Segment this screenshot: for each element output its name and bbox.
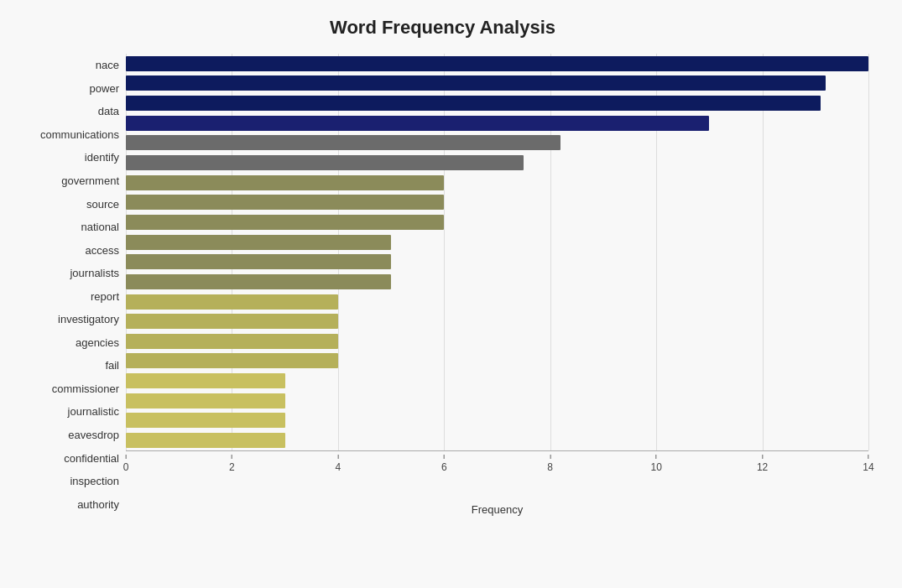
bar-row — [126, 94, 868, 112]
x-tick: 8 — [547, 455, 553, 473]
y-label: investigatory — [17, 310, 119, 329]
bar — [126, 96, 821, 111]
y-label: fail — [17, 356, 119, 375]
bar-row — [126, 431, 868, 450]
x-tick-line — [126, 455, 127, 459]
bar — [126, 235, 391, 250]
chart-area: nacepowerdatacommunicationsidentifygover… — [17, 54, 868, 516]
bar-row — [126, 312, 868, 330]
x-tick-line — [656, 455, 657, 459]
y-label: agencies — [17, 333, 119, 351]
x-tick-label: 10 — [650, 461, 661, 473]
y-label: identify — [17, 148, 119, 167]
x-baseline — [126, 450, 868, 451]
x-tick-label: 0 — [123, 461, 129, 473]
x-tick: 2 — [229, 455, 235, 473]
x-tick-line — [444, 455, 445, 459]
y-label: data — [17, 102, 119, 121]
chart-title: Word Frequency Analysis — [17, 17, 868, 39]
y-label: government — [17, 172, 119, 190]
x-tick: 4 — [336, 455, 342, 473]
x-tick: 14 — [863, 455, 873, 473]
x-tick-label: 2 — [229, 461, 235, 473]
bar-row — [126, 213, 868, 232]
grid-line — [868, 54, 869, 450]
bar-row — [126, 273, 868, 291]
bar-row — [126, 411, 868, 429]
bar — [126, 413, 285, 428]
x-tick-line — [868, 455, 868, 459]
bar — [126, 75, 826, 91]
x-tick-line — [337, 455, 338, 459]
chart-container: Word Frequency Analysis nacepowerdatacom… — [0, 0, 902, 588]
bar — [126, 373, 285, 388]
y-label: communications — [17, 125, 119, 143]
y-label: commissioner — [17, 379, 119, 398]
bar — [126, 274, 391, 289]
x-tick-label: 12 — [757, 461, 768, 473]
bar-row — [126, 193, 868, 211]
bar-row — [126, 252, 868, 271]
bar-row — [126, 55, 868, 73]
bar-row — [126, 154, 868, 172]
bar-row — [126, 372, 868, 390]
y-label: confidential — [17, 449, 119, 467]
bar — [126, 254, 391, 269]
x-tick-label: 14 — [863, 461, 873, 473]
bar-row — [126, 174, 868, 192]
bar-row — [126, 114, 868, 133]
x-tick-line — [762, 455, 763, 459]
bar — [126, 294, 338, 310]
bar-row — [126, 293, 868, 311]
y-label: source — [17, 195, 119, 213]
bar-row — [126, 74, 868, 92]
x-tick-line — [232, 455, 232, 459]
bar — [126, 393, 285, 408]
bar — [126, 195, 444, 210]
x-tick-label: 6 — [441, 461, 447, 473]
x-tick: 0 — [123, 455, 129, 473]
bar — [126, 353, 338, 368]
bar-row — [126, 332, 868, 351]
bar-row — [126, 233, 868, 252]
bar — [126, 215, 444, 230]
y-axis: nacepowerdatacommunicationsidentifygover… — [17, 54, 126, 516]
plot-area: 02468101214 Frequency — [126, 54, 868, 516]
bar — [126, 155, 524, 170]
y-label: report — [17, 287, 119, 305]
bars-wrapper — [126, 54, 868, 450]
x-axis-label: Frequency — [126, 503, 868, 516]
x-tick: 10 — [650, 455, 661, 473]
y-label: nace — [17, 56, 119, 75]
x-tick-label: 8 — [547, 461, 553, 473]
y-label: access — [17, 241, 119, 259]
y-label: journalistic — [17, 403, 119, 421]
y-label: inspection — [17, 472, 119, 491]
bar — [126, 314, 338, 329]
x-tick: 12 — [757, 455, 768, 473]
bar — [126, 116, 709, 131]
bar — [126, 433, 285, 448]
y-label: power — [17, 79, 119, 97]
bar-row — [126, 133, 868, 152]
x-tick: 6 — [441, 455, 447, 473]
bar — [126, 135, 560, 150]
bar — [126, 56, 868, 71]
x-tick-line — [550, 455, 550, 459]
bar-row — [126, 392, 868, 410]
y-label: eavesdrop — [17, 426, 119, 445]
x-tick-label: 4 — [336, 461, 342, 473]
bar-row — [126, 351, 868, 370]
bar — [126, 175, 444, 190]
y-label: national — [17, 218, 119, 237]
y-label: journalists — [17, 264, 119, 283]
bar — [126, 334, 338, 349]
y-label: authority — [17, 495, 119, 513]
x-axis: 02468101214 — [126, 455, 868, 488]
